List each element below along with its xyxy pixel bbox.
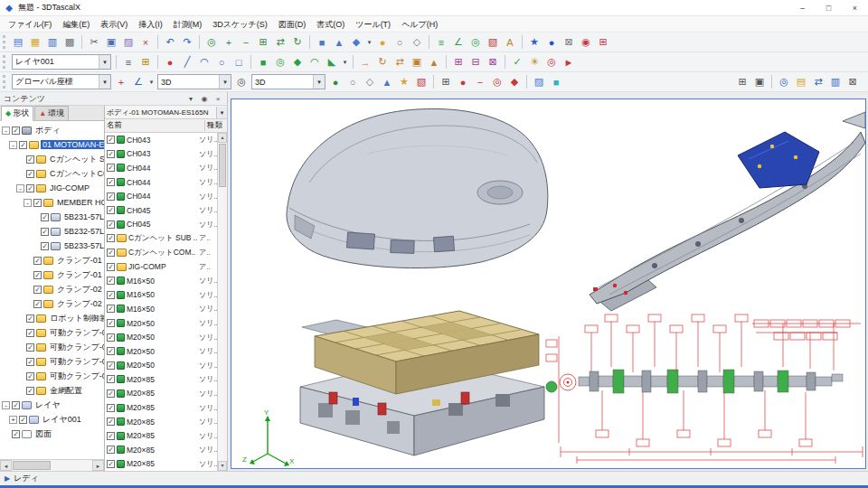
scrollbar-track[interactable] [12, 460, 92, 471]
tree-node[interactable]: 図面 [0, 427, 104, 441]
export-icon[interactable]: ▥ [827, 74, 844, 89]
layer-combo[interactable]: レイヤ001 ▾ [12, 54, 111, 70]
line-icon[interactable]: ╱ [179, 54, 195, 70]
snap-center-icon[interactable]: ◎ [489, 74, 505, 89]
camera-icon[interactable]: ◎ [233, 74, 250, 89]
tree-checkbox[interactable] [33, 271, 42, 279]
tree-horizontal-scrollbar[interactable]: ◂ ▸ [0, 459, 104, 471]
view-top-icon[interactable]: ▲ [331, 34, 347, 50]
list-row[interactable]: CH044 ソリ.. [105, 175, 217, 190]
light-icon[interactable]: ★ [396, 74, 412, 89]
open-file-icon[interactable]: ▦ [27, 34, 43, 50]
tree-checkbox[interactable] [12, 430, 20, 438]
tree-checkbox[interactable] [33, 300, 42, 308]
model-frame-rail[interactable] [590, 112, 865, 311]
list-row[interactable]: CH043 ソリ.. [105, 133, 217, 147]
tree-node[interactable]: ロボット制御装置 [0, 311, 104, 325]
tree-node[interactable]: 可動クランプ-01 [0, 340, 104, 354]
render-wireframe-icon[interactable]: ○ [344, 74, 361, 89]
view-front-icon[interactable]: ■ [314, 34, 330, 50]
tree-checkbox[interactable] [12, 127, 20, 135]
csys-dropdown-icon[interactable]: ▾ [147, 74, 156, 89]
scale-body-icon[interactable]: ▲ [426, 54, 442, 70]
person-icon[interactable]: ● [543, 34, 560, 50]
csys-icon[interactable]: ∠ [130, 74, 146, 89]
boolean-intersect-icon[interactable]: ⊠ [485, 54, 501, 70]
background-color-icon[interactable]: ■ [548, 74, 564, 89]
redo-icon[interactable]: ↷ [179, 34, 195, 50]
disable-entity-icon[interactable]: ◉ [578, 34, 594, 50]
row-checkbox[interactable] [107, 432, 115, 440]
tree-node[interactable]: 5B232-57L0 [0, 224, 104, 239]
body-selector[interactable]: ボディ-01 MOTOMAN-ES165N ▾ [105, 106, 227, 119]
list-row[interactable]: M20×85 ソリ.. [105, 415, 217, 429]
fullscreen-icon[interactable]: ⊠ [844, 74, 861, 89]
sweep-icon[interactable]: ◆ [289, 54, 306, 70]
paste-icon[interactable]: ▨ [120, 34, 137, 50]
tree-node[interactable]: MEMBER HOO [0, 195, 104, 210]
pan-icon[interactable]: ⇄ [272, 34, 288, 50]
row-checkbox[interactable] [107, 418, 115, 426]
zoom-out-icon[interactable]: − [238, 34, 254, 50]
list-row[interactable]: M20×85 ソリ.. [105, 400, 217, 415]
model-body-panel[interactable] [287, 108, 548, 267]
row-checkbox[interactable] [107, 277, 115, 285]
column-name[interactable]: 名前 [105, 120, 205, 131]
coordinate-system-combo[interactable]: グローバル座標 ▾ [12, 74, 111, 89]
tree-checkbox[interactable] [26, 329, 34, 337]
view-dropdown-icon[interactable]: ▾ [365, 34, 373, 50]
chevron-down-icon[interactable]: ▾ [185, 93, 196, 104]
close-button[interactable]: × [842, 0, 868, 16]
tree-node[interactable]: JIG-COMP [0, 181, 104, 195]
measure-radius-icon[interactable]: ◎ [467, 34, 484, 50]
row-checkbox[interactable] [107, 404, 115, 412]
list-row[interactable]: M16×50 ソリ.. [105, 288, 217, 303]
menu-help[interactable]: ヘルプ(H) [396, 16, 443, 33]
list-row[interactable]: CH044 ソリ.. [105, 161, 217, 175]
menu-format[interactable]: 書式(O) [311, 16, 350, 33]
snap-point-icon[interactable]: ● [455, 74, 471, 89]
tree-node[interactable]: レイヤ [0, 398, 104, 412]
cut-icon[interactable]: ✂ [86, 34, 102, 50]
combo-arrow-icon[interactable]: ▾ [313, 75, 325, 89]
row-checkbox[interactable] [107, 291, 115, 299]
menu-file[interactable]: ファイル(F) [3, 16, 57, 33]
tree-node[interactable]: Cガンヘット SUB C [0, 152, 104, 166]
row-checkbox[interactable] [107, 178, 115, 186]
chamfer-icon[interactable]: ◣ [324, 54, 340, 70]
tree-node[interactable]: クランプ-01 [0, 253, 104, 267]
tree-node[interactable]: クランプ-02 [0, 282, 104, 296]
tree-checkbox[interactable] [26, 372, 34, 380]
row-checkbox[interactable] [107, 446, 115, 454]
tree-node[interactable]: 可動クランプ-01 [0, 369, 104, 383]
tree-checkbox[interactable] [26, 343, 34, 352]
link-icon[interactable]: ⇄ [810, 74, 826, 89]
combo-arrow-icon[interactable]: ▾ [99, 55, 110, 69]
tree-node[interactable]: レイヤ001 [0, 412, 104, 427]
list-row[interactable]: CガンヘットCOM.. ア.. [105, 246, 217, 260]
snap-quadrant-icon[interactable]: ◆ [506, 74, 523, 89]
fillet-icon[interactable]: ◠ [307, 54, 323, 70]
combo-arrow-icon[interactable]: ▾ [216, 107, 227, 118]
row-checkbox[interactable] [107, 263, 115, 271]
list-row[interactable]: M20×85 ソリ.. [105, 387, 217, 401]
layer-new-icon[interactable]: ⊞ [137, 54, 154, 70]
tree-checkbox[interactable] [26, 184, 34, 192]
grid-display-icon[interactable]: ⊞ [595, 34, 611, 50]
hidden-line-icon[interactable]: ◇ [409, 34, 425, 50]
copy-icon[interactable]: ▣ [103, 34, 119, 50]
flag-icon[interactable]: ► [561, 54, 577, 70]
tree-node[interactable]: CガンヘットCOMP [0, 166, 104, 181]
row-checkbox[interactable] [107, 305, 115, 313]
shading-icon[interactable]: ● [374, 34, 391, 50]
tab-environment[interactable]: ▲ 環境 [34, 106, 69, 120]
scrollbar-track[interactable] [218, 143, 227, 461]
measure-distance-icon[interactable]: ≡ [433, 34, 449, 50]
rotate-body-icon[interactable]: ↻ [374, 54, 391, 70]
row-checkbox[interactable] [107, 347, 115, 355]
list-row[interactable]: M20×50 ソリ.. [105, 316, 217, 331]
tree-checkbox[interactable] [33, 286, 42, 294]
menu-insert[interactable]: 挿入(I) [133, 16, 168, 33]
tree-checkbox[interactable] [26, 387, 34, 395]
column-type[interactable]: 種類 [205, 120, 227, 131]
